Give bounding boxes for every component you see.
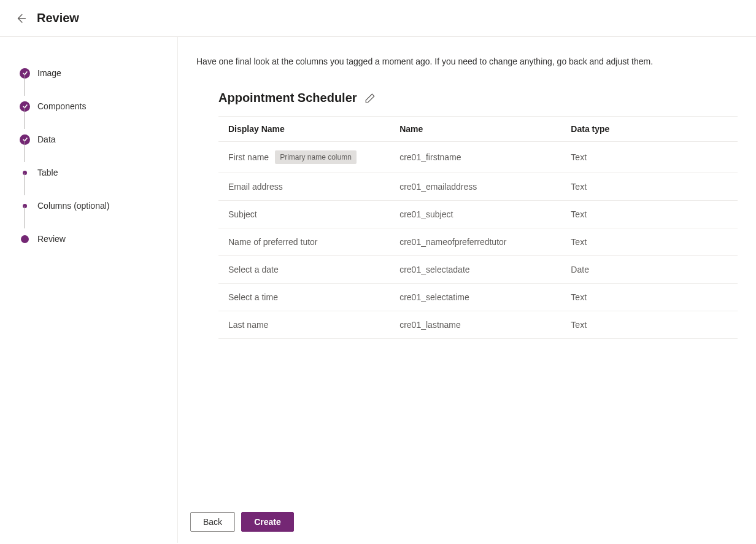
checkmark-icon: [20, 101, 30, 112]
cell-data-type: Text: [561, 173, 738, 201]
step-dot-icon: [20, 201, 30, 211]
cell-schema-name: cre01_nameofpreferredtutor: [390, 228, 561, 256]
cell-display-name: Subject: [218, 201, 390, 228]
display-name-text: First name: [228, 152, 269, 162]
checkmark-icon: [20, 68, 30, 79]
table-row[interactable]: Email addresscre01_emailaddressText: [218, 173, 738, 201]
cell-display-name: Email address: [218, 173, 390, 201]
cell-data-type: Text: [561, 142, 738, 173]
page-title: Review: [37, 11, 79, 25]
checkmark-icon: [20, 134, 30, 145]
table-row[interactable]: First namePrimary name columncre01_first…: [218, 142, 738, 173]
step-dot-icon: [20, 168, 30, 178]
table-row[interactable]: Select a datecre01_selectadateDate: [218, 256, 738, 284]
wizard-step-label: Columns (optional): [37, 201, 110, 211]
wizard-steps-sidebar: ImageComponentsDataTableColumns (optiona…: [0, 37, 178, 543]
column-header-data-type[interactable]: Data type: [561, 117, 738, 142]
column-header-display-name[interactable]: Display Name: [218, 117, 390, 142]
display-name-text: Name of preferred tutor: [228, 237, 318, 247]
display-name-text: Last name: [228, 320, 268, 330]
wizard-step[interactable]: Columns (optional): [20, 189, 177, 222]
footer-actions: Back Create: [178, 501, 756, 543]
wizard-step[interactable]: Components: [20, 90, 177, 123]
wizard-step[interactable]: Image: [20, 56, 177, 90]
wizard-step[interactable]: Table: [20, 156, 177, 189]
cell-display-name: Name of preferred tutor: [218, 228, 390, 256]
cell-schema-name: cre01_lastname: [390, 311, 561, 339]
cell-data-type: Text: [561, 311, 738, 339]
cell-display-name: First namePrimary name column: [218, 142, 390, 173]
display-name-text: Subject: [228, 209, 257, 219]
page-header: Review: [0, 0, 756, 37]
cell-display-name: Select a date: [218, 256, 390, 284]
display-name-text: Email address: [228, 182, 283, 192]
columns-table: Display Name Name Data type First namePr…: [218, 116, 738, 339]
table-row[interactable]: Last namecre01_lastnameText: [218, 311, 738, 339]
cell-data-type: Text: [561, 284, 738, 311]
cell-data-type: Text: [561, 201, 738, 228]
cell-schema-name: cre01_selectadate: [390, 256, 561, 284]
display-name-text: Select a time: [228, 292, 278, 302]
intro-text: Have one final look at the columns you t…: [196, 56, 738, 66]
entity-header: Appointment Scheduler: [218, 91, 738, 105]
table-row[interactable]: Subjectcre01_subjectText: [218, 201, 738, 228]
cell-data-type: Text: [561, 228, 738, 256]
create-button[interactable]: Create: [241, 512, 294, 532]
wizard-step-label: Components: [37, 101, 86, 111]
entity-section: Appointment Scheduler Display Name Name …: [196, 91, 738, 339]
wizard-step[interactable]: Data: [20, 123, 177, 156]
body: ImageComponentsDataTableColumns (optiona…: [0, 37, 756, 543]
wizard-step-label: Review: [37, 234, 66, 244]
cell-display-name: Last name: [218, 311, 390, 339]
step-dot-icon: [20, 234, 30, 244]
table-row[interactable]: Select a timecre01_selectatimeText: [218, 284, 738, 311]
back-arrow-icon[interactable]: [15, 12, 27, 25]
cell-schema-name: cre01_emailaddress: [390, 173, 561, 201]
main-content: Have one final look at the columns you t…: [178, 37, 756, 543]
table-row[interactable]: Name of preferred tutorcre01_nameofprefe…: [218, 228, 738, 256]
cell-schema-name: cre01_firstname: [390, 142, 561, 173]
wizard-step[interactable]: Review: [20, 222, 177, 255]
wizard-step-label: Data: [37, 134, 56, 144]
cell-schema-name: cre01_subject: [390, 201, 561, 228]
back-button[interactable]: Back: [190, 512, 235, 532]
cell-data-type: Date: [561, 256, 738, 284]
wizard-step-label: Image: [37, 68, 61, 78]
cell-display-name: Select a time: [218, 284, 390, 311]
entity-title: Appointment Scheduler: [218, 91, 357, 105]
display-name-text: Select a date: [228, 265, 279, 274]
column-header-name[interactable]: Name: [390, 117, 561, 142]
cell-schema-name: cre01_selectatime: [390, 284, 561, 311]
wizard-step-label: Table: [37, 168, 58, 177]
pencil-icon[interactable]: [364, 93, 376, 104]
primary-name-badge: Primary name column: [275, 150, 357, 164]
